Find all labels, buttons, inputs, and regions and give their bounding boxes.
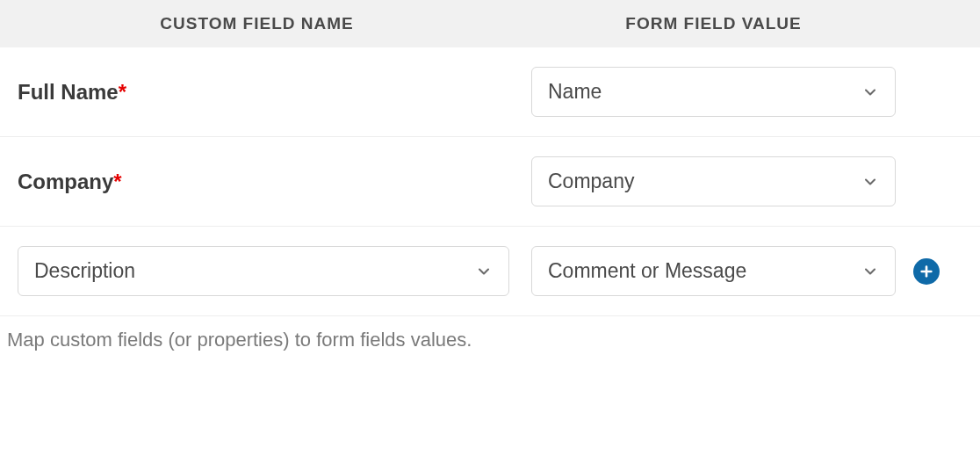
header-custom-field-name: CUSTOM FIELD NAME (18, 14, 496, 33)
select-value: Name (548, 80, 602, 104)
required-marker: * (113, 170, 121, 193)
chevron-down-icon (861, 83, 879, 101)
mapping-hint-text: Map custom fields (or properties) to for… (0, 316, 980, 364)
form-field-value-select[interactable]: Company (531, 156, 896, 206)
header-form-field-value: FORM FIELD VALUE (531, 14, 896, 33)
chevron-down-icon (861, 263, 879, 280)
form-field-value-select[interactable]: Name (531, 67, 896, 117)
select-value: Comment or Message (548, 259, 746, 283)
table-row: Full Name* Name (0, 47, 980, 137)
select-value: Description (34, 259, 135, 283)
table-row: Company* Company (0, 137, 980, 227)
form-field-value-select[interactable]: Comment or Message (531, 246, 896, 296)
select-value: Company (548, 170, 634, 193)
field-label-company: Company* (18, 170, 122, 193)
table-header: CUSTOM FIELD NAME FORM FIELD VALUE (0, 0, 980, 47)
add-mapping-button[interactable] (913, 258, 940, 285)
required-marker: * (119, 80, 126, 104)
plus-icon (919, 264, 933, 279)
table-row: Description Comment or Message (0, 227, 980, 316)
field-label-full-name: Full Name* (18, 80, 126, 104)
chevron-down-icon (861, 173, 879, 191)
custom-field-name-select[interactable]: Description (18, 246, 509, 296)
chevron-down-icon (475, 263, 493, 280)
